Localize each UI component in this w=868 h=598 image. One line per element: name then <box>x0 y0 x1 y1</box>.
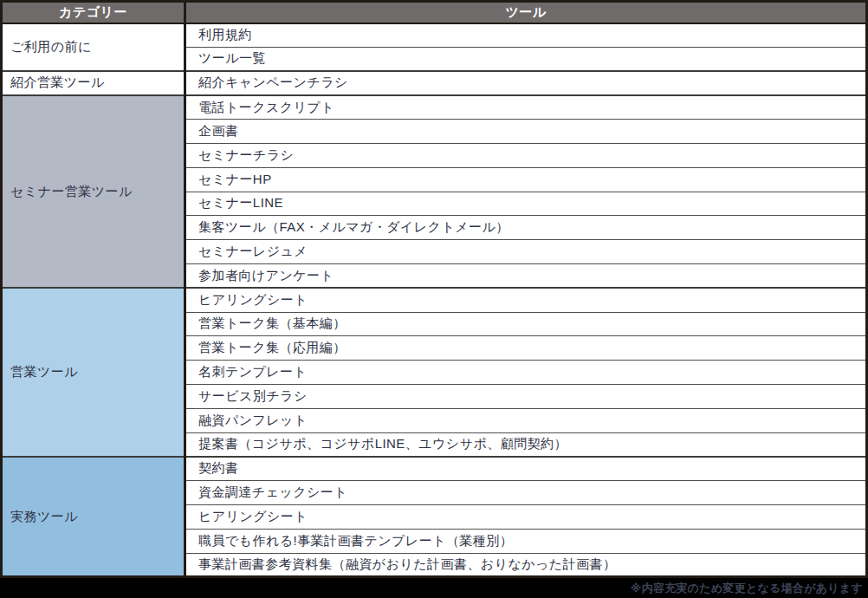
header-row: カテゴリー ツール <box>2 2 867 23</box>
tool-cell: 企画書 <box>185 120 867 144</box>
tool-cell: ツール一覧 <box>185 47 867 71</box>
tool-cell: 営業トーク集（基本編） <box>185 312 867 336</box>
tool-list-page: カテゴリー ツール ご利用の前に利用規約ツール一覧紹介営業ツール紹介キャンペーン… <box>0 0 868 598</box>
tool-cell: セミナーレジュメ <box>185 240 867 264</box>
tool-cell: 提案書（コジサポ、コジサポLINE、ユウシサポ、顧問契約） <box>185 432 867 457</box>
category-tool-table: カテゴリー ツール ご利用の前に利用規約ツール一覧紹介営業ツール紹介キャンペーン… <box>0 0 868 578</box>
category-cell: セミナー営業ツール <box>2 95 185 288</box>
tool-cell: 契約書 <box>185 457 867 481</box>
tool-cell: ヒアリングシート <box>185 504 867 529</box>
tool-cell: 資金調達チェックシート <box>185 481 867 505</box>
tool-cell: 事業計画書参考資料集（融資がおりた計画書、おりなかった計画書） <box>185 553 867 577</box>
table-row: ご利用の前に利用規約 <box>2 23 867 48</box>
tool-cell: 参加者向けアンケート <box>185 263 867 288</box>
tool-cell: 集客ツール（FAX・メルマガ・ダイレクトメール） <box>185 216 867 240</box>
tool-column-header: ツール <box>185 2 867 23</box>
tool-cell: セミナーLINE <box>185 192 867 216</box>
table-row: 実務ツール契約書 <box>2 457 867 481</box>
tool-cell: 紹介キャンペーンチラシ <box>185 71 867 95</box>
table-row: セミナー営業ツール電話トークスクリプト <box>2 95 867 120</box>
category-cell: 実務ツール <box>2 457 185 577</box>
footer-note: ※内容充実のため変更となる場合があります <box>631 582 863 595</box>
footer-band: ※内容充実のため変更となる場合があります <box>0 578 868 598</box>
category-cell: 営業ツール <box>2 288 185 457</box>
table-row: 紹介営業ツール紹介キャンペーンチラシ <box>2 71 867 95</box>
tool-cell: セミナーHP <box>185 167 867 192</box>
tool-cell: 営業トーク集（応用編） <box>185 336 867 361</box>
table-row: 営業ツールヒアリングシート <box>2 288 867 312</box>
tool-cell: 融資パンフレット <box>185 408 867 432</box>
table-header: カテゴリー ツール <box>2 2 867 23</box>
tool-cell: 電話トークスクリプト <box>185 95 867 120</box>
tool-cell: 職員でも作れる!事業計画書テンプレート（業種別） <box>185 529 867 553</box>
table-body: ご利用の前に利用規約ツール一覧紹介営業ツール紹介キャンペーンチラシセミナー営業ツ… <box>2 23 867 577</box>
tool-cell: 名刺テンプレート <box>185 361 867 385</box>
category-cell: ご利用の前に <box>2 23 185 72</box>
tool-cell: ヒアリングシート <box>185 288 867 312</box>
category-column-header: カテゴリー <box>2 2 185 23</box>
tool-cell: セミナーチラシ <box>185 143 867 167</box>
category-cell: 紹介営業ツール <box>2 71 185 95</box>
tool-cell: サービス別チラシ <box>185 384 867 408</box>
tool-cell: 利用規約 <box>185 23 867 48</box>
